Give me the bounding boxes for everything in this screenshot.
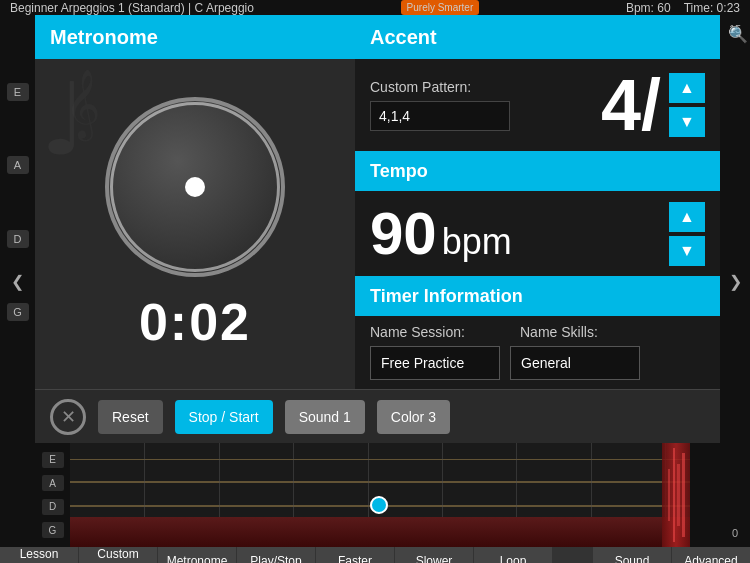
nav-play-stop[interactable]: Play/Stop <box>237 547 316 563</box>
session-skills-inputs <box>370 346 705 380</box>
string-label-e: E <box>7 83 29 101</box>
nav-loop[interactable]: Loop <box>474 547 553 563</box>
right-side-panel: 15 ❯ 0 🔍 <box>720 15 750 547</box>
nav-metronome[interactable]: Metronome <box>158 547 237 563</box>
color-button[interactable]: Color 3 <box>377 400 450 434</box>
top-bar: Beginner Arpeggios 1 (Standard) | C Arpe… <box>0 0 750 15</box>
accent-title: Accent <box>370 26 437 49</box>
timer-info-body: Name Session: Name Skills: <box>355 316 720 388</box>
fret-number-bottom: 0 <box>732 527 738 539</box>
tempo-value: 90 <box>370 199 437 268</box>
timer-info-section: Timer Information Name Session: Name Ski… <box>355 276 720 388</box>
string-e-label: E <box>42 452 64 468</box>
magnify-button[interactable]: 🔍 <box>728 25 748 44</box>
controls-bar: ✕ Reset Stop / Start Sound 1 Color 3 <box>35 389 720 443</box>
accent-header: Accent <box>355 15 720 59</box>
app-logo: Purely Smarter <box>401 0 480 15</box>
nav-slower[interactable]: Slower <box>395 547 474 563</box>
tempo-header: Tempo <box>355 151 720 191</box>
note-dot-b <box>370 496 388 514</box>
string-d-label: D <box>42 499 64 515</box>
tempo-arrows: ▲ ▼ <box>669 202 705 266</box>
string-line-1 <box>70 459 690 460</box>
string-line-2 <box>70 481 690 483</box>
left-arrow-button[interactable]: ❮ <box>11 272 24 291</box>
custom-pattern-label: Custom Pattern: <box>370 79 601 95</box>
beat-up-button[interactable]: ▲ <box>669 73 705 103</box>
reset-button[interactable]: Reset <box>98 400 163 434</box>
time-display: Time: 0:23 <box>684 1 740 15</box>
bottom-navigation: Lesson Selector Custom Lesson Metronome … <box>0 547 750 563</box>
name-session-label: Name Session: <box>370 324 500 340</box>
bpm-display: Bpm: 60 <box>626 1 671 15</box>
disc-ring <box>110 102 280 272</box>
string-g-label: G <box>42 522 64 538</box>
right-arrow-button[interactable]: ❯ <box>729 272 742 291</box>
accent-section: Accent Custom Pattern: 4/ ▲ <box>355 15 720 151</box>
metronome-body: ♩ 𝄞 0:02 <box>35 59 355 389</box>
tempo-title: Tempo <box>370 161 428 182</box>
nav-sound[interactable]: Sound <box>593 547 672 563</box>
tempo-up-button[interactable]: ▲ <box>669 202 705 232</box>
close-icon: ✕ <box>61 406 76 428</box>
accent-left: Custom Pattern: <box>370 79 601 131</box>
nav-lesson-selector[interactable]: Lesson Selector <box>0 547 79 563</box>
nav-custom-lesson[interactable]: Custom Lesson <box>79 547 158 563</box>
beat-display: 4/ <box>601 69 661 141</box>
string-label-d: D <box>7 230 29 248</box>
close-button[interactable]: ✕ <box>50 399 86 435</box>
name-skills-label: Name Skills: <box>520 324 598 340</box>
timer-info-header: Timer Information <box>355 276 720 316</box>
session-skills-labels: Name Session: Name Skills: <box>370 324 705 340</box>
guitar-fretboard <box>70 443 690 547</box>
guitar-section: E A D G <box>35 443 720 547</box>
guitar-right-panel <box>690 443 720 547</box>
string-a-label: A <box>42 475 64 491</box>
string-label-a: A <box>7 156 29 174</box>
nav-advanced[interactable]: Advanced <box>672 547 750 563</box>
timer-display: 0:02 <box>139 292 251 352</box>
stop-start-button[interactable]: Stop / Start <box>175 400 273 434</box>
app-title: Beginner Arpeggios 1 (Standard) | C Arpe… <box>10 1 254 15</box>
metronome-disc <box>105 97 285 277</box>
sound-button[interactable]: Sound 1 <box>285 400 365 434</box>
metronome-header: Metronome <box>35 15 355 59</box>
accent-body: Custom Pattern: 4/ ▲ ▼ <box>355 59 720 151</box>
metronome-panel: Metronome ♩ 𝄞 0:02 <box>35 15 355 389</box>
guitar-body-bottom <box>70 517 690 547</box>
bpm-time: Bpm: 60 Time: 0:23 <box>626 1 740 15</box>
tempo-section: Tempo 90 bpm ▲ ▼ <box>355 151 720 276</box>
left-side-panel: ❮ E A D G <box>0 15 35 547</box>
beat-arrows: ▲ ▼ <box>669 73 705 137</box>
tempo-unit: bpm <box>442 221 512 263</box>
tempo-down-button[interactable]: ▼ <box>669 236 705 266</box>
nav-faster[interactable]: Faster <box>316 547 395 563</box>
custom-pattern-input[interactable] <box>370 101 510 131</box>
accent-right: 4/ ▲ ▼ <box>601 69 705 141</box>
waveform-strip <box>660 443 690 547</box>
timer-info-title: Timer Information <box>370 286 523 307</box>
tempo-body: 90 bpm ▲ ▼ <box>355 191 720 276</box>
string-label-g: G <box>7 303 29 321</box>
guitar-string-labels: E A D G <box>35 443 70 547</box>
skills-input[interactable] <box>510 346 640 380</box>
right-panels: Accent Custom Pattern: 4/ ▲ <box>355 15 720 389</box>
session-input[interactable] <box>370 346 500 380</box>
metronome-title: Metronome <box>50 26 158 49</box>
beat-down-button[interactable]: ▼ <box>669 107 705 137</box>
